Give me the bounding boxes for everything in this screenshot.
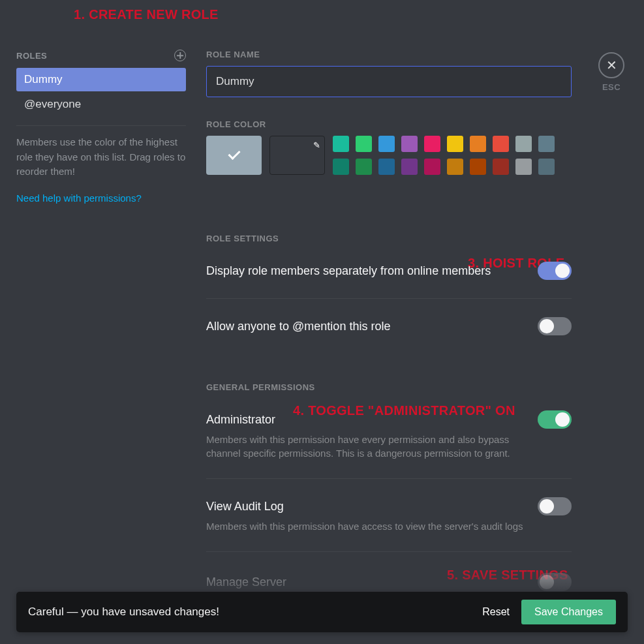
annotation-create-role: 1. CREATE NEW ROLE — [74, 7, 219, 22]
hoist-toggle[interactable] — [538, 262, 572, 280]
unsaved-changes-bar: Careful — you have unsaved changes! Rese… — [16, 592, 628, 632]
roles-sidebar: ROLES Dummy @everyone Members use the co… — [16, 50, 186, 204]
color-swatch[interactable] — [493, 136, 509, 152]
general-permissions-heading: GENERAL PERMISSIONS — [206, 382, 572, 392]
role-color-label: ROLE COLOR — [206, 119, 572, 129]
color-swatch[interactable] — [424, 159, 440, 175]
color-swatch[interactable] — [401, 136, 418, 152]
color-swatch[interactable] — [401, 159, 418, 175]
color-swatch[interactable] — [538, 136, 555, 152]
manage-server-label: Manage Server — [206, 575, 286, 589]
close-icon: ✕ — [598, 52, 624, 78]
color-swatch[interactable] — [333, 159, 349, 175]
role-editor: ROLE NAME ROLE COLOR ✎ ROLE SETTINGS Dis… — [206, 50, 572, 570]
audit-label: View Audit Log — [206, 500, 284, 514]
roles-hint: Members use the color of the highest rol… — [16, 135, 186, 179]
color-default[interactable] — [206, 136, 262, 175]
sidebar-divider — [16, 125, 186, 126]
mention-toggle[interactable] — [538, 317, 572, 335]
mention-label: Allow anyone to @mention this role — [206, 320, 390, 333]
role-name-label: ROLE NAME — [206, 50, 572, 59]
color-swatch[interactable] — [515, 159, 532, 175]
save-changes-button[interactable]: Save Changes — [521, 600, 616, 624]
color-swatch[interactable] — [378, 159, 395, 175]
divider — [206, 298, 572, 299]
divider — [206, 478, 572, 479]
roles-heading: ROLES — [16, 51, 47, 61]
color-swatch[interactable] — [515, 136, 532, 152]
eyedropper-icon: ✎ — [313, 140, 320, 150]
permissions-help-link[interactable]: Need help with permissions? — [16, 192, 186, 204]
color-swatch[interactable] — [470, 136, 486, 152]
check-icon — [226, 147, 243, 164]
color-swatch[interactable] — [493, 159, 509, 175]
audit-toggle[interactable] — [538, 497, 572, 515]
color-swatch[interactable] — [447, 159, 463, 175]
color-custom[interactable]: ✎ — [269, 136, 325, 175]
color-swatch[interactable] — [356, 136, 372, 152]
role-item-dummy[interactable]: Dummy — [16, 68, 186, 91]
close-button[interactable]: ✕ ESC — [598, 52, 624, 92]
color-swatch[interactable] — [538, 159, 555, 175]
color-swatch[interactable] — [424, 136, 440, 152]
audit-desc: Members with this permission have access… — [206, 519, 539, 533]
add-role-button[interactable] — [174, 50, 186, 61]
hoist-label: Display role members separately from onl… — [206, 264, 491, 278]
color-swatch[interactable] — [333, 136, 349, 152]
esc-label: ESC — [598, 82, 624, 92]
divider — [206, 551, 572, 552]
color-swatch[interactable] — [447, 136, 463, 152]
administrator-label: Administrator — [206, 413, 275, 427]
color-swatch[interactable] — [378, 136, 395, 152]
color-swatch[interactable] — [470, 159, 486, 175]
administrator-desc: Members with this permission have every … — [206, 433, 539, 460]
role-name-input[interactable] — [206, 66, 572, 97]
unsaved-message: Careful — you have unsaved changes! — [28, 606, 470, 619]
administrator-toggle[interactable] — [538, 410, 572, 429]
reset-button[interactable]: Reset — [470, 600, 521, 624]
role-settings-heading: ROLE SETTINGS — [206, 234, 572, 243]
manage-server-toggle[interactable] — [538, 573, 572, 591]
color-swatch[interactable] — [356, 159, 372, 175]
role-item-everyone[interactable]: @everyone — [16, 93, 186, 116]
